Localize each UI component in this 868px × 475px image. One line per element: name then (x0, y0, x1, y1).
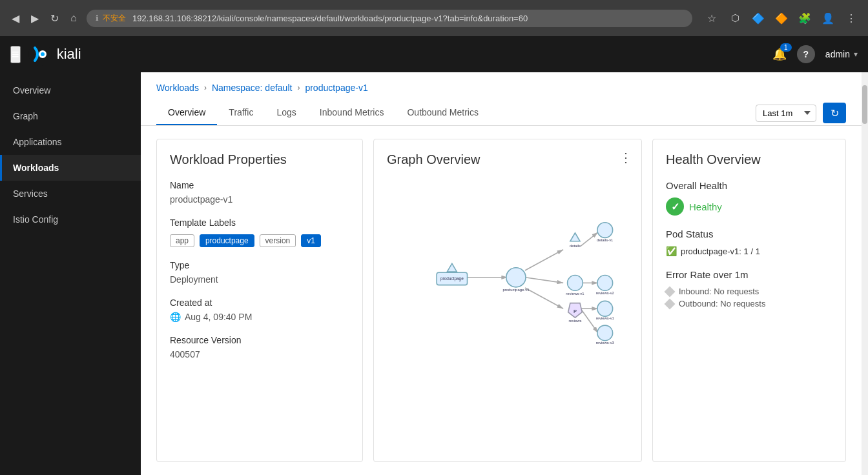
chevron-down-icon: ▾ (854, 50, 858, 59)
inbound-error-item: Inbound: No requests (666, 287, 832, 296)
back-button[interactable]: ◀ (8, 10, 23, 26)
svg-point-2 (41, 52, 45, 56)
more-button[interactable]: ⋮ (842, 9, 860, 27)
pod-status-section: Pod Status ✅ productpage-v1: 1 / 1 (666, 228, 832, 256)
health-check-icon: ✓ (666, 197, 684, 216)
breadcrumb-sep-2: › (297, 83, 300, 92)
svg-marker-12 (447, 263, 457, 272)
svg-point-15 (506, 268, 526, 287)
healthy-text: Healthy (689, 201, 722, 212)
type-label: Type (170, 260, 349, 270)
user-label: admin (825, 49, 850, 59)
breadcrumb-workloads[interactable]: Workloads (156, 83, 199, 93)
browser-actions: ☆ ⬡ 🔷 🔶 🧩 👤 ⋮ (703, 9, 860, 27)
tag-productpage: productpage (200, 234, 254, 247)
help-button[interactable]: ? (797, 45, 815, 63)
svg-line-8 (581, 232, 598, 247)
template-labels-label: Template Labels (170, 217, 349, 228)
forward-button[interactable]: ▶ (27, 10, 43, 26)
resource-version-value: 400507 (170, 349, 349, 359)
pod-item: ✅ productpage-v1: 1 / 1 (666, 246, 832, 256)
hamburger-menu[interactable]: ≡ (10, 46, 21, 63)
breadcrumb-namespace[interactable]: Namespace: default (212, 83, 293, 93)
svg-point-30 (597, 325, 613, 341)
extension-btn-1[interactable]: ⬡ (726, 9, 744, 27)
security-warning: 不安全 (103, 13, 126, 24)
sidebar-item-graph[interactable]: Graph (0, 103, 141, 129)
svg-line-11 (581, 308, 598, 333)
sidebar-item-overview[interactable]: Overview (0, 77, 141, 103)
svg-point-26 (597, 276, 613, 291)
extension-btn-3[interactable]: 🔶 (772, 9, 790, 27)
notification-bell[interactable]: 🔔 1 (772, 47, 787, 61)
main-content: Overview Graph Applications Workloads Se… (0, 72, 868, 475)
tag-v1: v1 (301, 234, 321, 247)
sidebar-item-applications[interactable]: Applications (0, 129, 141, 155)
scrollbar-thumb[interactable] (862, 85, 867, 124)
right-scrollbar[interactable] (862, 72, 868, 475)
svg-text:productpage: productpage (440, 276, 464, 281)
duration-select[interactable]: Last 1m Last 5m Last 10m Last 30m Last 1… (756, 105, 816, 122)
home-button[interactable]: ⌂ (66, 10, 81, 26)
tab-outbound-metrics[interactable]: Outbound Metrics (395, 101, 490, 125)
graph-canvas: productpage productpage-v1 details revie… (387, 180, 628, 361)
tab-traffic[interactable]: Traffic (217, 101, 265, 125)
overall-health-label: Overall Health (666, 180, 832, 191)
svg-text:productpage-v1: productpage-v1 (502, 288, 529, 292)
extension-btn-4[interactable]: 🧩 (796, 9, 814, 27)
health-overview-title: Health Overview (666, 152, 832, 167)
pod-check-icon: ✅ (666, 246, 677, 256)
sidebar-item-services[interactable]: Services (0, 181, 141, 207)
tab-logs[interactable]: Logs (265, 101, 307, 125)
resource-version-label: Resource Version (170, 335, 349, 345)
profile-button[interactable]: 👤 (819, 9, 837, 27)
name-value: productpage-v1 (170, 194, 349, 205)
kiali-icon (28, 43, 52, 66)
type-value: Deployment (170, 274, 349, 285)
workload-properties-title: Workload Properties (170, 152, 349, 167)
breadcrumb: Workloads › Namespace: default › product… (141, 72, 862, 101)
outbound-diamond-icon (665, 298, 676, 309)
lock-icon: ℹ (96, 14, 99, 23)
reload-button[interactable]: ↻ (46, 10, 62, 26)
tabs-actions: Last 1m Last 5m Last 10m Last 30m Last 1… (756, 103, 846, 123)
graph-overview-card: Graph Overview ⋮ (373, 139, 642, 462)
breadcrumb-sep-1: › (204, 83, 207, 92)
url-text: 192.168.31.106:38212/kiali/console/names… (132, 14, 528, 23)
svg-text:reviews: reviews (568, 319, 581, 323)
svg-text:details: details (570, 244, 581, 248)
sidebar-item-workloads[interactable]: Workloads (0, 155, 141, 181)
extension-btn-2[interactable]: 🔷 (749, 9, 767, 27)
tab-overview[interactable]: Overview (156, 101, 217, 125)
sidebar: Overview Graph Applications Workloads Se… (0, 72, 141, 475)
bookmark-button[interactable]: ☆ (703, 9, 721, 27)
address-bar[interactable]: ℹ 不安全 192.168.31.106:38212/kiali/console… (87, 10, 692, 27)
resource-version-section: Resource Version 400507 (170, 335, 349, 359)
breadcrumb-current[interactable]: productpage-v1 (305, 83, 367, 93)
name-section: Name productpage-v1 (170, 180, 349, 205)
svg-line-7 (525, 288, 563, 308)
created-at-label: Created at (170, 298, 349, 308)
tags-container: app productpage version v1 (170, 232, 349, 247)
graph-menu-button[interactable]: ⋮ (619, 151, 632, 164)
notification-badge: 1 (780, 43, 792, 52)
outbound-error-text: Outbound: No requests (679, 299, 765, 308)
healthy-badge: ✓ Healthy (666, 197, 832, 216)
svg-text:reviews-v1: reviews-v1 (596, 316, 614, 320)
tab-inbound-metrics[interactable]: Inbound Metrics (308, 101, 396, 125)
app-name: kiali (57, 46, 81, 63)
svg-point-28 (597, 301, 613, 316)
top-bar-right: 🔔 1 ? admin ▾ (772, 45, 858, 63)
browser-chrome: ◀ ▶ ↻ ⌂ ℹ 不安全 192.168.31.106:38212/kiali… (0, 0, 868, 36)
refresh-button[interactable]: ↻ (823, 103, 846, 123)
page-content: Workloads › Namespace: default › product… (141, 72, 862, 475)
svg-point-24 (597, 223, 613, 238)
user-menu[interactable]: admin ▾ (825, 49, 858, 59)
name-label: Name (170, 180, 349, 190)
tabs-bar: Overview Traffic Logs Inbound Metrics Ou… (141, 101, 862, 126)
sidebar-item-istio-config[interactable]: Istio Config (0, 207, 141, 232)
globe-icon: 🌐 (170, 312, 181, 322)
svg-line-5 (525, 250, 563, 270)
error-rate-section: Error Rate over 1m Inbound: No requests … (666, 269, 832, 308)
health-overview-card: Health Overview Overall Health ✓ Healthy… (652, 139, 846, 462)
